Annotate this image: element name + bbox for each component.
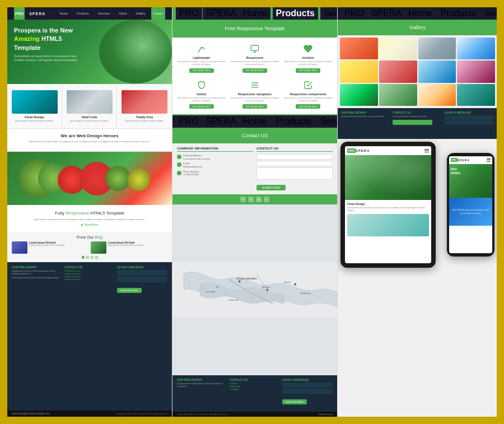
frt-btn-4[interactable]: GET MORE INFO (189, 104, 214, 109)
frt-btn-6[interactable]: GET MORE INFO (296, 104, 320, 109)
phone-hamburger-icon[interactable] (487, 159, 491, 162)
rss-icon[interactable]: r (264, 197, 269, 202)
contact-bullet-1 (177, 155, 181, 159)
col2-footer-contact-link3[interactable]: ➤ Google+ (230, 388, 280, 390)
leaf-icon (196, 43, 207, 54)
footer-contact-link3[interactable]: ➤ Name item three (64, 276, 115, 278)
contact-form-email[interactable] (256, 161, 333, 166)
tablet-section-title: Clean Design (347, 202, 429, 206)
frt-feat-title-3: Intuitive (302, 56, 314, 59)
responsive-title: Fully Responsive HTML5 Template (13, 211, 166, 216)
frt-btn-1[interactable]: GET MORE INFO (189, 68, 214, 73)
col2-footer-message: LEAVE A MESSAGE SEND MESSAGE (282, 378, 333, 409)
gallery-thumb-6[interactable] (379, 60, 417, 82)
dot-2[interactable] (86, 256, 89, 259)
column-3: PRO SPERA Home Products Services About G… (338, 7, 497, 417)
col3-philosophy-content: OUR PHILOSOPHY Quia quistem vel quam ele… (341, 111, 390, 136)
gallery-grid (338, 35, 497, 108)
col2-footer-contact-link1[interactable]: ➤ Twitter (230, 383, 280, 385)
contact-form: CONTACT US SUBMIT NOW (256, 147, 333, 191)
tablet-logo-text: SPERA (356, 149, 370, 152)
gallery-title: Gallery (409, 25, 426, 30)
contact-nav-home: Home (240, 115, 270, 128)
linkedin-icon[interactable]: in (256, 197, 262, 202)
gallery-thumb-2[interactable] (379, 38, 417, 59)
col2-message-input2[interactable] (282, 389, 333, 394)
svg-point-8 (266, 289, 268, 291)
gallery-thumb-8[interactable] (457, 60, 495, 82)
blog-thumb-1 (12, 241, 27, 254)
col1-heroes: We are Web Design Heroes Quia quistem ve… (7, 129, 172, 152)
gallery-thumb-1[interactable] (340, 38, 378, 59)
nav-link-services: Services (95, 7, 113, 20)
col3-message-content: LEAVE A MESSAGE (445, 111, 494, 136)
responsive-link[interactable]: ▶ Read More (13, 223, 166, 226)
col2-footer-bottom: Copyright 2014 Some Template. All rights… (172, 412, 337, 417)
frt-btn-3[interactable]: GET MORE INFO (296, 68, 320, 73)
gallery-thumb-9[interactable] (340, 84, 378, 106)
col1-footer-bottom: www.heritagechristiancollege.com Copyrig… (7, 411, 172, 417)
col2-message-input1[interactable] (282, 383, 333, 388)
col3-message-input2[interactable] (445, 120, 494, 125)
frt-feat-desc-2: Quia quistem vel quam elenis in iusamque… (230, 60, 279, 67)
navigation-icon (249, 80, 260, 91)
contact-form-name[interactable] (256, 154, 333, 160)
facebook-icon[interactable]: f (240, 197, 246, 202)
gallery-thumb-5[interactable] (340, 60, 378, 82)
col3-message-title: LEAVE A MESSAGE (445, 111, 494, 114)
col1-logo-text: SPERA (26, 7, 49, 20)
nav-link-gallery: Gallery (132, 7, 148, 20)
footer-contact-link1[interactable]: ➤ Name item one (64, 270, 115, 272)
footer-message-input2[interactable] (117, 277, 167, 282)
col2-map: Česká republika Slovakia Austria Germany… (172, 204, 337, 375)
footer-contact-link4[interactable]: ➤ Name item four (64, 278, 115, 281)
map-svg: Česká republika Slovakia Austria Germany… (172, 204, 337, 375)
gallery-thumb-11[interactable] (418, 84, 456, 106)
footer-message-input1[interactable] (117, 270, 167, 276)
tablet-device: PRO SPERA Clean Design Quia quistem (340, 142, 436, 268)
gallery-thumb-12[interactable] (457, 84, 495, 106)
contact-nav: PRO SPERA Home Products Services About G… (172, 115, 337, 128)
col1-nav-links: Home Products Services About Gallery Con… (53, 7, 169, 20)
frt-hero: Free Responsive Template (172, 20, 337, 38)
phone-logo-text: SPERA (458, 159, 470, 162)
col2-footer-copyright: Copyright 2014 Some Template. All rights… (177, 413, 228, 416)
footer-philosophy-text: Quia quistem vel quam elenis in iusamque… (12, 270, 62, 276)
contact-form-message[interactable] (256, 167, 333, 180)
frt-btn-5[interactable]: GET MORE INFO (242, 104, 267, 109)
nav-link-products: Products (73, 7, 92, 20)
column-1: PRO SPERA Home Products Services About G… (7, 7, 172, 417)
tablet-hamburger-icon[interactable] (424, 149, 429, 152)
col2-footer-contact-link2[interactable]: ➤ Facebook (230, 385, 280, 388)
dot-3[interactable] (91, 256, 94, 259)
contact-phone-text: Phone Numbers+1 234 567 890 (183, 170, 199, 176)
footer-message-title: LEAVE A MESSAGE (117, 265, 167, 269)
footer-url: www.heritagechristiancollege.com (12, 412, 50, 415)
frt-btn-2[interactable]: GET MORE INFO (242, 68, 267, 73)
frt-nav-services: Services (320, 7, 338, 20)
gallery-logo-pro: PRO (341, 7, 367, 20)
twitter-icon[interactable]: t (248, 197, 254, 202)
dot-4[interactable] (95, 256, 98, 259)
blog-content-2: Lorem Ipsum Sit Amet Quia quistem vel qu… (108, 241, 144, 254)
phone-logo-pro: PRO (451, 158, 458, 162)
tablet-desc: Quia quistem vel quam elenis in iusamque… (347, 207, 429, 212)
gallery-thumb-7[interactable] (418, 60, 456, 82)
dot-1[interactable] (82, 256, 85, 259)
nav-btn-contact[interactable]: Contact (151, 7, 165, 20)
blog-post-desc-2: Quia quistem vel quam elenis in moditae. (108, 244, 144, 247)
footer-send-btn[interactable]: SEND MESSAGE (117, 288, 142, 293)
footer-contact-link2[interactable]: ➤ Name item two (64, 273, 115, 275)
gallery-thumb-4[interactable] (457, 38, 495, 59)
tablet-leaf-veins (345, 155, 431, 200)
leaf2-icon (196, 80, 207, 91)
col2-send-btn[interactable]: SEND MESSAGE (282, 399, 307, 404)
contact-item-email: E-mailinfo@example.com (177, 162, 253, 168)
contact-submit-btn[interactable]: SUBMIT NOW (256, 185, 286, 190)
contact-nav-services: Services (317, 115, 338, 128)
gallery-thumb-10[interactable] (379, 84, 417, 106)
col3-message-input1[interactable] (445, 115, 494, 120)
feature-thumb-free (122, 90, 167, 114)
gallery-thumb-3[interactable] (418, 38, 456, 59)
contact-nav-products: Products (273, 115, 315, 128)
